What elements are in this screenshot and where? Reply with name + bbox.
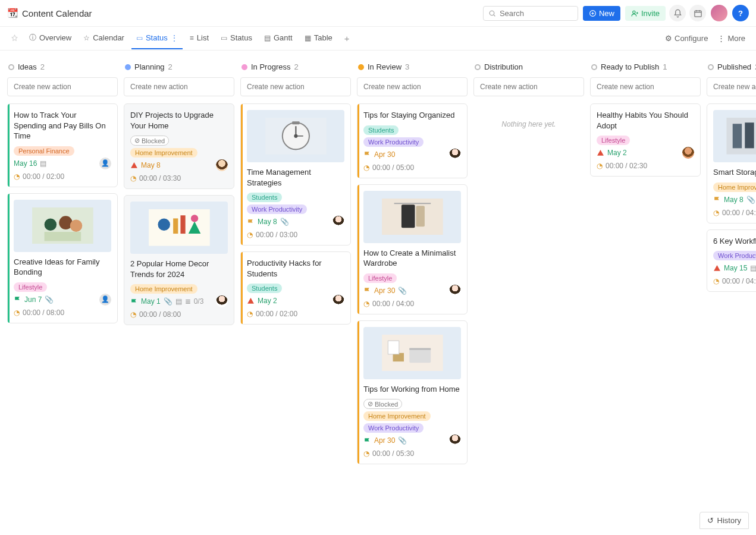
column-header[interactable]: In Progress 2 [240, 60, 351, 77]
assignee-avatar[interactable] [332, 295, 344, 307]
column-name: In Review [368, 62, 401, 71]
new-button[interactable]: New [583, 6, 620, 21]
search-input-wrapper[interactable] [483, 6, 578, 21]
create-action-input[interactable] [240, 77, 351, 96]
title-text: Content Calendar [22, 8, 92, 18]
status-dot-icon [8, 64, 14, 70]
app-header: 📆 Content Calendar New Invite ? [0, 0, 756, 27]
card[interactable]: How to Track Your Spending and Pay Bills… [7, 103, 118, 187]
column-header[interactable]: Ideas 2 [7, 60, 118, 77]
card[interactable]: 2 Popular Home Decor Trends for 2024 Hom… [124, 195, 234, 325]
invite-label: Invite [641, 9, 660, 18]
empty-state-text: Nothing here yet. [473, 120, 584, 128]
svg-point-5 [633, 11, 635, 13]
card[interactable]: Smart Storage So Home Improvement May 8 … [707, 103, 756, 224]
tab-label: List [197, 33, 209, 42]
column-header[interactable]: Ready to Publish 1 [590, 60, 701, 77]
column-header[interactable]: In Review 3 [357, 60, 468, 77]
assignee-avatar[interactable] [682, 147, 694, 159]
create-action-input[interactable] [124, 77, 234, 96]
calendar-icon [694, 9, 702, 18]
create-action-input[interactable] [357, 77, 468, 96]
help-button[interactable]: ? [732, 5, 749, 21]
time-tracked: 00:00 / 03:00 [256, 231, 297, 239]
due-date: May 2 [258, 297, 277, 305]
tag-work-productivity: Work Productivity [363, 137, 424, 147]
svg-point-13 [44, 218, 57, 231]
create-action-input[interactable] [707, 77, 756, 96]
due-date: May 1 [141, 297, 161, 306]
time-tracked: 00:00 / 03:30 [139, 174, 181, 182]
search-icon [488, 10, 496, 17]
configure-button[interactable]: ⚙Configure [661, 28, 711, 49]
tab-overview[interactable]: ⓘOverview [24, 27, 76, 50]
more-button[interactable]: ⋮More [714, 28, 749, 49]
tab-label: Calendar [93, 33, 124, 42]
card[interactable]: Creative Ideas for Family Bonding Lifest… [7, 193, 118, 323]
assignee-avatar[interactable] [332, 216, 344, 228]
clock-icon: ◔ [713, 277, 719, 285]
view-tabs: ⓘOverview ☆Calendar ▭Status⋮ ≡List ▭Stat… [0, 27, 756, 51]
card[interactable]: DIY Projects to Upgrade Your Home ⊘Block… [124, 103, 234, 189]
column-count: 2 [168, 62, 172, 71]
calendar-emoji-icon: 📆 [7, 8, 18, 18]
tab-status[interactable]: ▭Status [216, 27, 257, 49]
invite-button[interactable]: Invite [625, 6, 666, 21]
column-published: Published 2 Smart Storage So Home Improv… [707, 60, 756, 298]
column-header[interactable]: Distribution [473, 60, 584, 77]
clock-icon: ◔ [130, 310, 136, 319]
time-tracked: 00:00 / 04:00 [372, 300, 414, 308]
dots-vertical-icon[interactable]: ⋮ [171, 34, 178, 42]
notifications-button[interactable] [669, 5, 686, 21]
pin-button[interactable] [7, 29, 22, 48]
card[interactable]: 6 Key Workflows Work Productivity May 15… [707, 229, 756, 292]
card-title: Tips for Staying Organized [363, 110, 461, 121]
assignee-avatar[interactable] [449, 435, 461, 446]
card-title: Smart Storage So [713, 167, 756, 178]
assignee-avatar[interactable] [449, 149, 461, 160]
priority-medium-icon [713, 196, 721, 203]
tab-label: Status [230, 33, 252, 42]
card[interactable]: Tips for Working from Home ⊘Blocked Home… [357, 320, 468, 465]
create-action-input[interactable] [7, 77, 118, 96]
card[interactable]: Productivity Hacks for Students Students… [240, 251, 351, 325]
time-tracked: 00:00 / 04:00 [722, 209, 756, 217]
user-avatar[interactable] [711, 5, 727, 21]
calendar-button[interactable] [689, 5, 706, 21]
column-header[interactable]: Published 2 [707, 60, 756, 77]
tab-label: Gantt [274, 33, 293, 42]
unassigned-avatar[interactable]: 👤 [99, 294, 111, 306]
tab-list[interactable]: ≡List [185, 27, 214, 49]
assignee-avatar[interactable] [216, 295, 228, 307]
time-tracked: 00:00 / 04:00 [722, 277, 756, 285]
create-action-input[interactable] [473, 77, 584, 96]
tab-calendar[interactable]: ☆Calendar [79, 27, 129, 49]
status-dot-icon [125, 64, 131, 70]
tab-status-active[interactable]: ▭Status⋮ [131, 27, 183, 49]
card[interactable]: Healthy Habits You Should Adopt Lifestyl… [590, 103, 701, 177]
column-header[interactable]: Planning 2 [124, 60, 234, 77]
card[interactable]: Time Management Strategies Students Work… [240, 103, 351, 246]
card[interactable]: Tips for Staying Organized Students Work… [357, 103, 468, 178]
unassigned-avatar[interactable]: 👤 [99, 158, 111, 169]
search-input[interactable] [500, 9, 573, 18]
clock-icon: ◔ [14, 172, 20, 181]
create-action-input[interactable] [590, 77, 701, 96]
due-date: May 15 [724, 264, 747, 272]
tag-home-improvement: Home Improvement [713, 182, 756, 192]
tab-table[interactable]: ▦Table [300, 27, 337, 49]
card[interactable]: How to Create a Minimalist Wardrobe Life… [357, 184, 468, 314]
star-icon: ☆ [83, 34, 90, 42]
add-view-button[interactable]: + [340, 27, 355, 49]
assignee-avatar[interactable] [449, 285, 461, 297]
column-in-progress: In Progress 2 Time Management Strategies… [240, 60, 351, 331]
tab-gantt[interactable]: ▤Gantt [259, 27, 297, 49]
tag-work-productivity: Work Productivity [713, 251, 756, 260]
column-name: Published [717, 62, 751, 71]
dots-vertical-icon: ⋮ [717, 34, 725, 43]
card-thumbnail [363, 327, 461, 379]
due-date: May 16 [14, 159, 37, 168]
attachment-icon: 📎 [280, 218, 289, 226]
assignee-avatar[interactable] [216, 159, 228, 171]
clock-icon: ◔ [247, 310, 253, 318]
